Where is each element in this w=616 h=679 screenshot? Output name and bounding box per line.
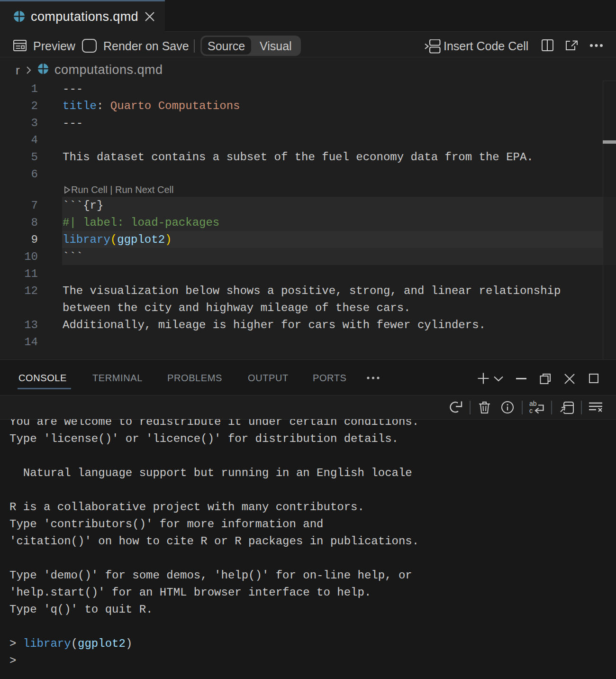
svg-text:ab: ab xyxy=(529,400,537,407)
svg-text:c: c xyxy=(529,407,533,414)
